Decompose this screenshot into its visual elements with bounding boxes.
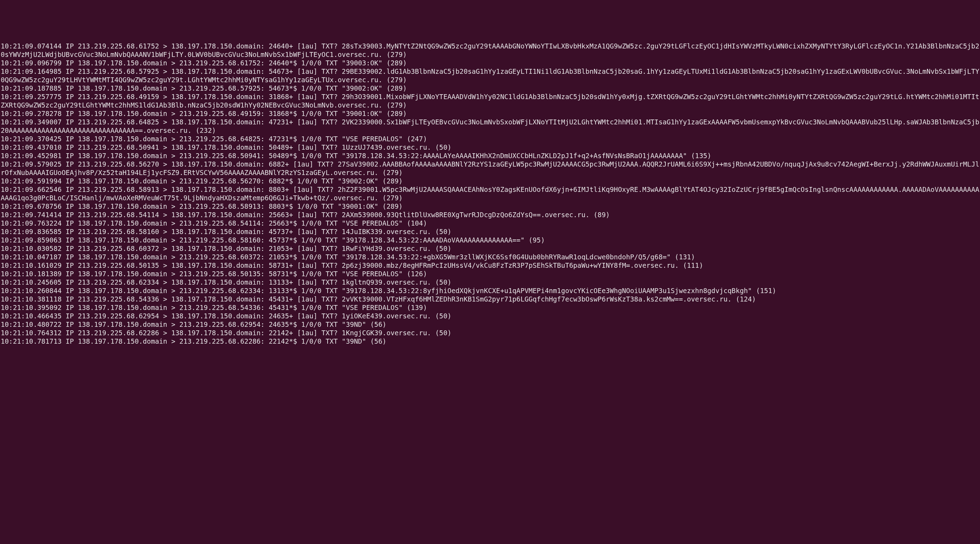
terminal-line: 10:21:10.381118 IP 213.219.225.68.54336 … (1, 295, 979, 304)
terminal-line: 10:21:10.047187 IP 138.197.178.150.domai… (1, 253, 979, 261)
terminal-line: 10:21:10.030582 IP 213.219.225.68.60372 … (1, 245, 979, 253)
terminal-line: 10:21:09.257775 IP 213.219.225.68.49159 … (1, 93, 979, 110)
terminal-line: 10:21:09.741414 IP 213.219.225.68.54114 … (1, 211, 979, 219)
terminal-line: 10:21:09.187885 IP 138.197.178.150.domai… (1, 84, 979, 93)
terminal-line: 10:21:09.662546 IP 213.219.225.68.58913 … (1, 186, 979, 202)
terminal-line: 10:21:09.278278 IP 138.197.178.150.domai… (1, 110, 979, 118)
terminal-line: 10:21:09.452981 IP 138.197.178.150.domai… (1, 152, 979, 160)
terminal-line: 10:21:10.480722 IP 138.197.178.150.domai… (1, 320, 979, 329)
terminal-line: 10:21:10.245605 IP 213.219.225.68.62334 … (1, 278, 979, 287)
terminal-line: 10:21:09.859063 IP 138.197.178.150.domai… (1, 236, 979, 245)
terminal-line: 10:21:09.349007 IP 213.219.225.68.64825 … (1, 118, 979, 135)
terminal-line: 10:21:09.763224 IP 138.197.178.150.domai… (1, 219, 979, 228)
terminal-line: 10:21:10.161029 IP 213.219.225.68.50135 … (1, 261, 979, 270)
terminal-line: 10:21:09.678756 IP 138.197.178.150.domai… (1, 202, 979, 211)
terminal-line: 10:21:09.579025 IP 213.219.225.68.56270 … (1, 160, 979, 177)
terminal-line: 10:21:10.764312 IP 213.219.225.68.62286 … (1, 329, 979, 337)
terminal-line: 10:21:09.096799 IP 138.197.178.150.domai… (1, 59, 979, 67)
terminal-line: 10:21:10.395092 IP 138.197.178.150.domai… (1, 304, 979, 312)
terminal-line: 10:21:09.370425 IP 138.197.178.150.domai… (1, 135, 979, 143)
terminal-line: 10:21:09.591994 IP 138.197.178.150.domai… (1, 177, 979, 186)
terminal-line: 10:21:09.437010 IP 213.219.225.68.50941 … (1, 143, 979, 152)
terminal-line: 10:21:09.074144 IP 213.219.225.68.61752 … (1, 42, 979, 59)
terminal-line: 10:21:10.181389 IP 138.197.178.150.domai… (1, 270, 979, 278)
terminal-output[interactable]: 10:21:09.074144 IP 213.219.225.68.61752 … (0, 42, 980, 346)
terminal-line: 10:21:10.260844 IP 138.197.178.150.domai… (1, 287, 979, 295)
terminal-line: 10:21:09.164985 IP 213.219.225.68.57925 … (1, 67, 979, 84)
terminal-line: 10:21:10.466435 IP 213.219.225.68.62954 … (1, 312, 979, 320)
terminal-line: 10:21:10.781713 IP 138.197.178.150.domai… (1, 337, 979, 346)
terminal-line: 10:21:09.836585 IP 213.219.225.68.58160 … (1, 228, 979, 236)
